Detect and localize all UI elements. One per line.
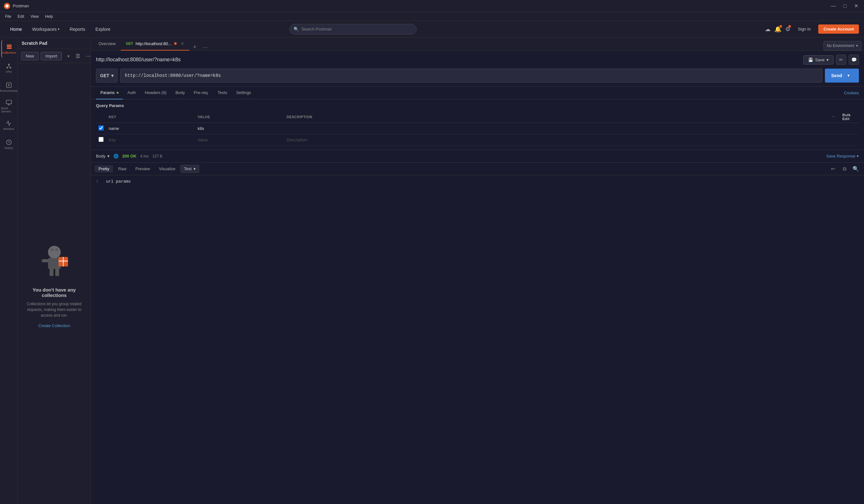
empty-illustration — [34, 239, 75, 281]
param-key-cell[interactable]: name — [106, 123, 195, 134]
sign-in-button[interactable]: Sign In — [794, 25, 814, 33]
response-time: 4 ms — [140, 154, 148, 159]
svg-point-6 — [10, 67, 11, 68]
url-input[interactable] — [120, 69, 823, 83]
edit-button[interactable]: ✏ — [836, 54, 846, 65]
method-label: GET — [100, 73, 109, 78]
sidebar-item-history[interactable]: History — [1, 135, 16, 153]
params-tab-body[interactable]: Body — [171, 87, 189, 99]
svg-rect-2 — [7, 46, 11, 47]
new-param-description[interactable]: Description — [284, 134, 827, 146]
environment-selector[interactable]: No Environment ▾ — [823, 41, 862, 50]
sidebar-item-monitors[interactable]: Monitors — [1, 116, 16, 134]
app-logo — [4, 3, 10, 9]
query-params-label: Query Params — [96, 103, 859, 108]
response-size: 127 B — [152, 154, 162, 159]
response-header: Body ▾ 🌐 200 OK 4 ms 127 B Save Response… — [91, 150, 864, 163]
filter-button[interactable]: ☰ — [74, 52, 82, 60]
format-chevron-icon: ▾ — [193, 167, 196, 171]
send-chevron-icon[interactable]: ▾ — [844, 73, 853, 78]
new-param-value[interactable]: Value — [195, 134, 284, 146]
params-tab-auth[interactable]: Auth — [123, 87, 141, 99]
save-response-button[interactable]: Save Response ▾ — [826, 154, 859, 159]
method-selector[interactable]: GET ▾ — [96, 69, 118, 83]
response-tab-preview[interactable]: Preview — [132, 165, 154, 172]
nav-home[interactable]: Home — [5, 25, 27, 34]
maximize-button[interactable]: □ — [841, 2, 849, 10]
table-row: name k8s — [96, 123, 859, 134]
menu-edit[interactable]: Edit — [15, 13, 27, 20]
sidebar-item-collections[interactable]: Collections — [1, 40, 16, 58]
send-button[interactable]: Send ▾ — [825, 69, 859, 83]
copy-response-icon[interactable]: ⧉ — [840, 164, 849, 173]
format-selector[interactable]: Text ▾ — [180, 165, 199, 173]
notifications-icon[interactable]: 🔔 — [775, 26, 781, 33]
nav-explore[interactable]: Explore — [90, 25, 115, 34]
params-tab-settings[interactable]: Settings — [232, 87, 255, 99]
svg-point-13 — [51, 248, 53, 251]
response-tab-pretty[interactable]: Pretty — [95, 165, 113, 172]
response-tab-raw[interactable]: Raw — [115, 165, 130, 172]
params-tab-prereq[interactable]: Pre-req. — [189, 87, 213, 99]
minimize-button[interactable]: — — [829, 2, 838, 10]
new-tab-button[interactable]: + — [189, 44, 201, 50]
sidebar-item-apis[interactable]: APIs — [1, 59, 16, 77]
tab-overview-label: Overview — [98, 41, 116, 46]
save-response-label: Save Response — [826, 154, 855, 159]
sync-icon[interactable]: ☁ — [765, 26, 771, 33]
param-checkbox[interactable] — [98, 125, 104, 131]
content-area: Overview GET http://localhost:80... ✕ + … — [91, 37, 864, 504]
tab-overview[interactable]: Overview — [93, 37, 121, 50]
svg-rect-17 — [55, 268, 59, 276]
comment-button[interactable]: 💬 — [849, 54, 859, 65]
param-description-cell[interactable] — [284, 123, 827, 134]
table-row-empty: Key Value Description — [96, 134, 859, 146]
nav-workspaces[interactable]: Workspaces ▾ — [27, 25, 64, 34]
param-value-cell[interactable]: k8s — [195, 123, 284, 134]
nav-reports[interactable]: Reports — [64, 25, 90, 34]
response-tab-visualize[interactable]: Visualize — [155, 165, 179, 172]
wrap-lines-icon[interactable]: ↩ — [828, 164, 837, 173]
menu-help[interactable]: Help — [43, 13, 56, 20]
response-tabs: Pretty Raw Preview Visualize Text ▾ ↩ ⧉ … — [91, 163, 864, 175]
menubar: File Edit View Help — [0, 12, 864, 21]
create-collection-link[interactable]: Create Collection — [38, 323, 70, 328]
menu-file[interactable]: File — [2, 13, 14, 20]
format-label: Text — [184, 167, 192, 171]
search-response-icon[interactable]: 🔍 — [851, 164, 860, 173]
params-tab-tests[interactable]: Tests — [213, 87, 232, 99]
tabs-bar: Overview GET http://localhost:80... ✕ + … — [91, 37, 864, 51]
sidebar-panel: Scratch Pad New Import + ☰ ⋯ — [18, 37, 91, 504]
svg-rect-10 — [6, 100, 11, 104]
tab-close-icon[interactable]: ✕ — [180, 41, 184, 46]
search-placeholder: Search Postman — [301, 27, 332, 32]
tab-active-request[interactable]: GET http://localhost:80... ✕ — [121, 37, 189, 50]
tabs-more-button[interactable]: ⋯ — [200, 45, 211, 50]
sidebar-icons: Collections APIs Environments Mock Serve… — [0, 37, 18, 504]
menu-view[interactable]: View — [28, 13, 41, 20]
empty-title: You don't have any collections — [24, 287, 84, 298]
search-bar[interactable]: 🔍 Search Postman — [289, 24, 417, 35]
response-icons: ↩ ⧉ 🔍 — [828, 164, 860, 173]
bulk-edit-button[interactable]: Bulk Edit — [840, 111, 859, 123]
svg-point-12 — [48, 246, 61, 259]
svg-rect-3 — [7, 48, 11, 49]
sidebar-item-environments[interactable]: Environments — [1, 78, 16, 96]
save-button[interactable]: 💾 Save ▾ — [803, 55, 833, 64]
url-bar: GET ▾ Send ▾ — [96, 69, 859, 83]
close-button[interactable]: ✕ — [852, 2, 860, 10]
value-column-header: VALUE — [195, 111, 284, 123]
sidebar-item-mock-servers[interactable]: Mock Servers — [1, 97, 16, 115]
import-button[interactable]: Import — [41, 52, 62, 60]
new-param-key[interactable]: Key — [106, 134, 195, 146]
body-chevron-icon[interactable]: ▾ — [107, 154, 110, 159]
params-tab-params[interactable]: Params — [96, 87, 123, 99]
add-collection-button[interactable]: + — [65, 52, 72, 60]
params-tab-headers[interactable]: Headers (6) — [141, 87, 171, 99]
new-button[interactable]: New — [21, 52, 39, 60]
settings-icon[interactable]: ⚙ — [785, 26, 790, 33]
create-account-button[interactable]: Create Account — [818, 24, 859, 34]
response-line: 1 url params — [96, 179, 859, 184]
new-param-checkbox[interactable] — [98, 137, 104, 142]
cookies-link[interactable]: Cookies — [844, 90, 859, 95]
